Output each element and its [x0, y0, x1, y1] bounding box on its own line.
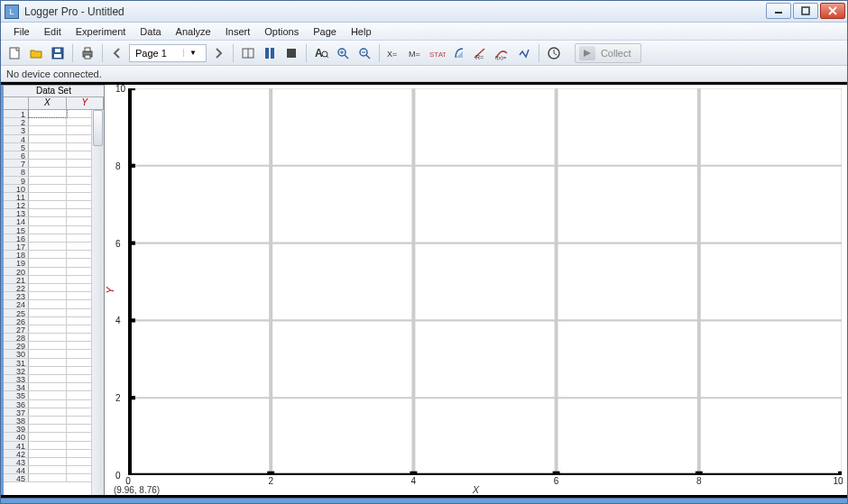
menu-experiment[interactable]: Experiment — [69, 24, 134, 39]
cursor-icon[interactable] — [260, 43, 280, 63]
table-row[interactable]: 17 — [4, 243, 104, 251]
table-row[interactable]: 27 — [4, 325, 104, 334]
table-row[interactable]: 32 — [4, 367, 104, 375]
cell-x[interactable] — [29, 300, 67, 307]
table-row[interactable]: 21 — [4, 276, 104, 284]
table-row[interactable]: 28 — [4, 334, 104, 342]
column-header-y[interactable]: Y — [67, 97, 105, 109]
data-browser-icon[interactable] — [238, 43, 258, 63]
table-row[interactable]: 45 — [4, 474, 104, 482]
cell-x[interactable] — [29, 268, 67, 275]
menu-help[interactable]: Help — [344, 24, 379, 39]
cell-x[interactable] — [29, 342, 67, 349]
table-row[interactable]: 18 — [4, 251, 104, 259]
cell-x[interactable] — [29, 243, 67, 250]
table-row[interactable]: 43 — [4, 458, 104, 466]
cell-x[interactable] — [29, 160, 67, 167]
open-file-icon[interactable] — [26, 43, 46, 63]
prev-page-icon[interactable] — [107, 43, 127, 63]
cell-x[interactable] — [29, 391, 67, 399]
graph-panel[interactable]: Y X (9.96, 8.76) 0 2 4 6 8 10 0 2 4 6 8 … — [105, 85, 847, 495]
cell-x[interactable] — [29, 359, 67, 366]
menu-data[interactable]: Data — [133, 24, 168, 39]
cell-x[interactable] — [29, 375, 67, 382]
dataset-header[interactable]: Data Set — [4, 85, 104, 97]
table-row[interactable]: 13 — [4, 209, 104, 217]
table-row[interactable]: 25 — [4, 309, 104, 317]
cell-x[interactable] — [29, 325, 67, 333]
table-row[interactable]: 30 — [4, 350, 104, 358]
table-row[interactable]: 22 — [4, 284, 104, 292]
zoom-out-icon[interactable] — [355, 43, 374, 63]
page-selector[interactable]: Page 1 ▼ — [129, 44, 207, 62]
table-row[interactable]: 29 — [4, 342, 104, 350]
cell-x[interactable] — [29, 143, 67, 151]
save-file-icon[interactable] — [48, 43, 68, 63]
cell-x[interactable] — [29, 177, 67, 184]
cell-x[interactable] — [29, 400, 67, 408]
cell-x[interactable] — [29, 474, 67, 481]
table-row[interactable]: 40 — [4, 433, 104, 441]
table-row[interactable]: 36 — [4, 400, 104, 408]
store-run-icon[interactable] — [281, 43, 301, 63]
cell-x[interactable] — [29, 276, 67, 283]
cell-x[interactable] — [29, 234, 67, 242]
table-row[interactable]: 16 — [4, 234, 104, 243]
plot-area[interactable] — [128, 88, 842, 475]
cell-x[interactable] — [29, 226, 67, 234]
cell-x[interactable] — [29, 383, 67, 390]
table-row[interactable]: 5 — [4, 143, 104, 151]
cell-x[interactable] — [29, 367, 67, 374]
vertical-scrollbar[interactable] — [91, 110, 104, 495]
new-file-icon[interactable] — [5, 43, 24, 63]
menu-file[interactable]: File — [6, 24, 37, 39]
x-axis-label[interactable]: X — [473, 484, 479, 495]
table-row[interactable]: 26 — [4, 317, 104, 325]
table-row[interactable]: 8 — [4, 168, 104, 176]
table-row[interactable]: 24 — [4, 300, 104, 308]
tangent-icon[interactable]: M= — [406, 43, 426, 63]
table-row[interactable]: 3 — [4, 126, 104, 134]
scroll-thumb[interactable] — [93, 110, 103, 146]
cell-x[interactable] — [29, 126, 67, 133]
cell-x[interactable] — [29, 251, 67, 258]
cell-x[interactable] — [29, 259, 67, 266]
table-row[interactable]: 34 — [4, 383, 104, 391]
draw-prediction-icon[interactable] — [514, 43, 534, 63]
table-row[interactable]: 20 — [4, 268, 104, 276]
cell-x[interactable] — [29, 135, 67, 142]
cell-x[interactable] — [29, 466, 67, 473]
zoom-in-icon[interactable] — [333, 43, 353, 63]
cell-x[interactable] — [29, 425, 67, 432]
data-collection-icon[interactable] — [544, 43, 564, 63]
menu-insert[interactable]: Insert — [218, 24, 258, 39]
table-row[interactable]: 44 — [4, 466, 104, 474]
table-row[interactable]: 6 — [4, 151, 104, 160]
cell-x[interactable] — [29, 118, 67, 125]
cell-x[interactable] — [29, 350, 67, 357]
collect-button[interactable]: Collect — [575, 43, 641, 63]
table-row[interactable]: 12 — [4, 201, 104, 209]
cell-x[interactable] — [29, 309, 67, 316]
next-page-icon[interactable] — [208, 43, 228, 63]
cell-x[interactable] — [29, 317, 67, 325]
cell-x[interactable] — [29, 201, 67, 208]
table-row[interactable]: 2 — [4, 118, 104, 126]
table-row[interactable]: 42 — [4, 450, 104, 458]
menu-analyze[interactable]: Analyze — [169, 24, 218, 39]
table-row[interactable]: 11 — [4, 193, 104, 201]
table-row[interactable]: 41 — [4, 442, 104, 450]
y-axis-label[interactable]: Y — [105, 287, 115, 293]
cell-x[interactable] — [29, 185, 67, 192]
table-row[interactable]: 4 — [4, 135, 104, 143]
table-row[interactable]: 14 — [4, 217, 104, 225]
table-row[interactable]: 9 — [4, 177, 104, 185]
cell-x[interactable] — [29, 193, 67, 200]
cell-x[interactable] — [29, 433, 67, 440]
cell-x[interactable] — [29, 458, 67, 465]
menu-edit[interactable]: Edit — [37, 24, 69, 39]
table-row[interactable]: 1 — [4, 110, 104, 118]
autoscale-icon[interactable]: A — [311, 43, 331, 63]
integral-icon[interactable] — [449, 43, 469, 63]
column-header-x[interactable]: X — [29, 97, 67, 109]
